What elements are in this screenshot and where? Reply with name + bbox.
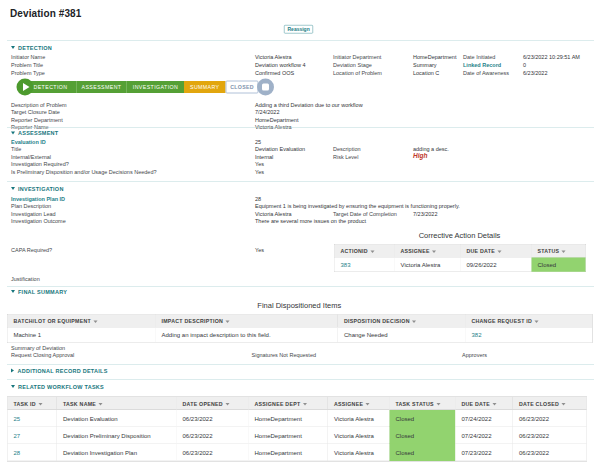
column-header-assignee[interactable]: ASSIGNEE (328, 397, 390, 410)
status-badge: Closed (532, 258, 586, 272)
cell-date-closed: 06/23/2022 (513, 427, 587, 444)
column-header-date-opened[interactable]: DATE OPENED (177, 397, 249, 410)
column-header-status[interactable]: STATUS (532, 245, 586, 258)
divider (7, 379, 594, 380)
field-value: Deviation Evaluation (255, 146, 305, 154)
column-header-change-request[interactable]: CHANGE REQUEST ID (466, 315, 593, 328)
workflow-stage-summary[interactable]: SUMMARY (184, 81, 226, 93)
field-value: 6/23/2022 10:29:51 AM (523, 54, 580, 62)
collapse-triangle-icon (11, 290, 15, 293)
final-dispositioned-table: BATCH/LOT OR EQUIPMENT IMPACT DESCRIPTIO… (7, 314, 593, 343)
related-workflow-tasks-table: TASK ID TASK NAME DATE OPENED ASSIGNEE D… (7, 397, 587, 462)
column-header-due-date[interactable]: DUE DATE (461, 245, 532, 258)
table-row: Machine 1 Adding an impact description t… (8, 328, 593, 343)
field-value: 25 (255, 138, 261, 146)
field-value: There are several more issues on the pro… (255, 218, 366, 226)
reassign-button[interactable]: Reassign (284, 25, 313, 34)
task-id-link[interactable]: 25 (8, 410, 58, 427)
evaluation-id-link[interactable]: Evaluation ID (11, 138, 46, 146)
field-value: Yes (255, 161, 264, 169)
investigation-plan-id-link[interactable]: Investigation Plan ID (11, 195, 65, 203)
linked-record-link[interactable]: Linked Record (463, 62, 501, 70)
workflow-stage-closed[interactable]: CLOSED (226, 81, 259, 94)
change-request-id-link[interactable]: 382 (466, 328, 593, 343)
field-row: Is Preliminary Disposition and/or Usage … (0, 168, 600, 176)
play-icon (17, 79, 34, 96)
column-header-due-date[interactable]: DUE DATE (456, 397, 514, 410)
final-dispositioned-table-title: Final Dispositioned Items (7, 301, 592, 310)
section-header-assessment[interactable]: ASSESSMENT (11, 130, 58, 138)
cell-date-opened: 06/23/2022 (177, 410, 249, 427)
column-header-actionid[interactable]: ACTIONID (335, 245, 395, 258)
column-header-disposition[interactable]: DISPOSITION DECISION (338, 315, 466, 328)
field-value: 7/24/2022 (255, 109, 279, 117)
section-title: DETECTION (18, 45, 52, 51)
section-title: ADDITIONAL RECORD DETAILS (18, 368, 108, 374)
field-label: CAPA Required? (11, 246, 52, 254)
column-header-task-name[interactable]: TASK NAME (57, 397, 177, 410)
sort-icon (93, 320, 97, 323)
field-label: Description (333, 146, 361, 154)
field-row: Evaluation ID 25 (0, 138, 600, 146)
sort-icon (562, 250, 566, 253)
table-header-row: BATCH/LOT OR EQUIPMENT IMPACT DESCRIPTIO… (8, 315, 593, 328)
collapse-triangle-icon (11, 187, 15, 190)
section-header-related-workflow-tasks[interactable]: RELATED WORKFLOW TASKS (11, 383, 104, 391)
sort-icon (225, 403, 229, 406)
field-label: Request Closing Approval (11, 351, 74, 359)
cell-date-closed: 06/23/2022 (513, 444, 587, 461)
sort-icon (38, 403, 42, 406)
table-row: 383 Victoria Alestra 09/26/2022 Closed (335, 258, 586, 272)
field-value: HomeDepartment (413, 54, 456, 62)
section-header-final-summary[interactable]: FINAL SUMMARY (11, 288, 67, 296)
field-row: Description of Problem Adding a third De… (0, 101, 600, 109)
field-value: Equipment 1 is being investigated by ens… (255, 203, 460, 211)
cell-assignee: Victoria Alestra (395, 258, 461, 272)
table-header-row: TASK ID TASK NAME DATE OPENED ASSIGNEE D… (8, 397, 587, 410)
field-value: Summary (413, 62, 437, 70)
task-id-link[interactable]: 27 (8, 427, 58, 444)
field-label: Title (11, 146, 21, 154)
field-row: Investigation Required? Yes (0, 161, 600, 169)
field-label: Date Initiated (463, 54, 495, 62)
field-row: Problem Title Deviation workflow 4 Devia… (0, 62, 600, 70)
workflow-stage-investigation[interactable]: INVESTIGATION (126, 81, 185, 93)
cell-task-name: Deviation Investigation Plan (57, 444, 177, 461)
section-title: INVESTIGATION (18, 186, 64, 192)
status-badge: Closed (390, 410, 456, 427)
field-value: 6/23/2022 (523, 69, 547, 77)
workflow-stage-assessment[interactable]: ASSESSMENT (76, 81, 127, 93)
field-row: Justification (0, 275, 600, 283)
sort-icon (412, 320, 416, 323)
column-header-date-closed[interactable]: DATE CLOSED (513, 397, 587, 410)
column-header-assignee[interactable]: ASSIGNEE (395, 245, 461, 258)
section-header-detection[interactable]: DETECTION (11, 44, 52, 52)
sort-icon (303, 403, 307, 406)
expand-triangle-icon (11, 369, 14, 373)
column-header-impact[interactable]: IMPACT DESCRIPTION (156, 315, 339, 328)
section-header-investigation[interactable]: INVESTIGATION (11, 185, 64, 193)
column-header-task-status[interactable]: TASK STATUS (390, 397, 456, 410)
task-id-link[interactable]: 28 (8, 444, 58, 461)
field-value: 0 (523, 62, 526, 70)
field-row: Internal/External Internal Risk Level Hi… (0, 153, 600, 161)
field-label: Location of Problem (333, 69, 382, 77)
field-label: Investigation Lead (11, 210, 56, 218)
section-title: ASSESSMENT (18, 130, 58, 136)
cell-due-date: 07/23/2022 (456, 444, 514, 461)
field-label: Initiator Name (11, 54, 45, 62)
column-header-assignee-dept[interactable]: ASSIGNEE DEPT (249, 397, 329, 410)
corrective-action-table: ACTIONID ASSIGNEE DUE DATE STATUS 383 Vi… (334, 244, 586, 272)
cell-assignee-dept: HomeDepartment (249, 444, 329, 461)
column-header-batch[interactable]: BATCH/LOT OR EQUIPMENT (8, 315, 156, 328)
column-header-task-id[interactable]: TASK ID (8, 397, 58, 410)
status-badge: Closed (390, 427, 456, 444)
action-id-link[interactable]: 383 (335, 258, 395, 272)
sort-icon (535, 320, 539, 323)
cell-due-date: 07/24/2022 (456, 427, 514, 444)
sort-icon (436, 403, 440, 406)
field-value: Victoria Alestra (255, 210, 292, 218)
approvers-text: Approvers (462, 351, 487, 359)
section-header-additional-record-details[interactable]: ADDITIONAL RECORD DETAILS (11, 367, 108, 375)
risk-level-value: High (413, 152, 427, 160)
